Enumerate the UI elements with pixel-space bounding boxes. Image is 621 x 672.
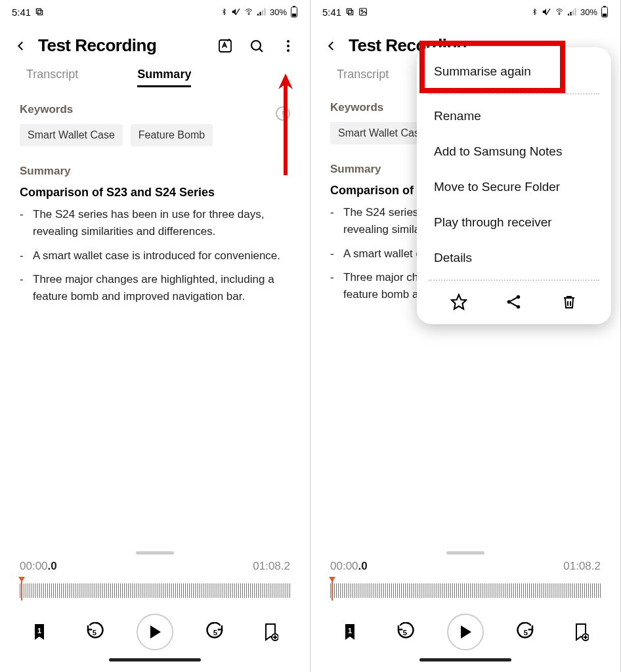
svg-rect-28: [349, 10, 353, 15]
battery-icon: [601, 6, 609, 18]
forward-5-icon: 5: [205, 622, 225, 642]
back-button[interactable]: [324, 38, 339, 54]
current-time: 00:00.0: [330, 560, 368, 573]
play-icon: [459, 625, 472, 639]
back-button[interactable]: [13, 38, 29, 54]
status-time: 5:41: [322, 7, 341, 18]
more-vert-icon: [280, 38, 296, 54]
svg-text:5: 5: [524, 629, 528, 637]
drag-handle[interactable]: [446, 551, 484, 555]
gesture-bar[interactable]: [109, 658, 201, 662]
screenshot-right: 5:41 30% Test Recording Transcript Keywo…: [310, 0, 621, 672]
tab-summary[interactable]: Summary: [137, 68, 191, 87]
svg-rect-6: [262, 10, 263, 15]
svg-rect-10: [292, 14, 296, 17]
svg-text:5: 5: [403, 629, 407, 637]
keywords-row: Smart Wallet Case Feature Bomb: [20, 124, 290, 146]
play-icon: [148, 625, 161, 639]
more-button[interactable]: [280, 37, 297, 54]
svg-point-32: [559, 14, 560, 15]
svg-rect-0: [37, 9, 41, 13]
menu-divider: [429, 280, 599, 281]
rewind-5-button[interactable]: 5: [81, 619, 108, 645]
menu-move-secure[interactable]: Move to Secure Folder: [417, 169, 611, 205]
play-button[interactable]: [137, 614, 173, 650]
tab-transcript[interactable]: Transcript: [337, 68, 389, 85]
svg-point-16: [287, 49, 289, 52]
bookmark-button[interactable]: 1: [337, 619, 363, 645]
summary-bullets: -The S24 series has been in use for thre…: [20, 206, 290, 306]
svg-rect-35: [572, 10, 574, 15]
svg-marker-48: [461, 625, 471, 639]
menu-rename[interactable]: Rename: [417, 98, 611, 134]
page-title: Test Recording: [38, 35, 207, 56]
forward-5-button[interactable]: 5: [513, 619, 539, 645]
signal-icon: [257, 8, 267, 16]
status-bar: 5:41 30%: [0, 0, 310, 24]
svg-text:1: 1: [37, 627, 41, 635]
menu-play-receiver[interactable]: Play through receiver: [417, 205, 611, 240]
menu-details[interactable]: Details: [417, 240, 611, 276]
waveform[interactable]: [20, 578, 290, 600]
bookmark-add-icon: [573, 623, 589, 641]
keyword-chip[interactable]: Feature Bomb: [131, 124, 213, 146]
signal-icon: [568, 8, 577, 16]
svg-point-15: [287, 45, 289, 47]
svg-marker-22: [150, 625, 161, 639]
forward-5-icon: 5: [516, 622, 536, 642]
summary-bullet: -The S24 series has been in use for thre…: [20, 206, 290, 241]
svg-rect-7: [264, 8, 265, 15]
svg-rect-36: [574, 8, 576, 15]
screenshot-left: 5:41 30% Test Recording: [0, 0, 310, 672]
svg-rect-29: [360, 9, 367, 16]
status-image-icon: [358, 7, 368, 16]
menu-share-button[interactable]: [503, 291, 525, 312]
translate-button[interactable]: [217, 37, 234, 54]
bookmark-icon: 1: [32, 623, 47, 641]
total-time: 01:08.2: [253, 560, 290, 573]
battery-pct: 30%: [580, 7, 597, 17]
svg-rect-33: [568, 14, 569, 16]
keyword-chip[interactable]: Smart Wallet Case: [20, 124, 123, 146]
playhead[interactable]: [332, 578, 333, 600]
tab-transcript[interactable]: Transcript: [26, 68, 78, 87]
bookmark-add-button[interactable]: [257, 619, 284, 645]
play-button[interactable]: [447, 614, 484, 650]
forward-5-button[interactable]: 5: [202, 619, 228, 645]
menu-add-to-notes[interactable]: Add to Samsung Notes: [417, 134, 611, 169]
player: 00:00.0 01:08.2 1 5 5: [0, 551, 310, 672]
status-time: 5:41: [12, 7, 31, 18]
info-icon[interactable]: !: [276, 106, 290, 121]
status-notif-icon: [345, 7, 354, 16]
svg-text:5: 5: [93, 629, 96, 637]
trash-icon: [561, 293, 577, 310]
bookmark-add-icon: [263, 623, 278, 641]
summary-label: Summary: [20, 165, 290, 178]
search-button[interactable]: [248, 37, 265, 54]
drag-handle[interactable]: [136, 551, 174, 555]
summary-bullet: -A smart wallet case is introduced for c…: [20, 247, 290, 264]
svg-line-45: [511, 303, 517, 306]
bookmark-button[interactable]: 1: [26, 619, 53, 645]
chevron-left-icon: [326, 40, 337, 52]
current-time: 00:00.0: [20, 560, 57, 573]
menu-delete-button[interactable]: [559, 291, 580, 312]
rewind-5-icon: 5: [85, 622, 104, 642]
svg-rect-39: [603, 14, 607, 17]
rewind-5-button[interactable]: 5: [392, 619, 418, 645]
mute-icon: [542, 7, 551, 16]
svg-text:1: 1: [348, 627, 352, 635]
gesture-bar[interactable]: [419, 658, 511, 662]
svg-line-2: [236, 9, 240, 14]
menu-favourite-button[interactable]: [448, 291, 469, 312]
chevron-left-icon: [15, 40, 27, 52]
playhead[interactable]: [21, 578, 22, 600]
bookmark-add-button[interactable]: [568, 619, 594, 645]
status-notif-icon: [35, 7, 44, 16]
tabs: Transcript Summary: [0, 56, 310, 87]
search-icon: [249, 38, 265, 54]
content: Keywords ! Smart Wallet Case Feature Bom…: [0, 87, 310, 551]
annotation-highlight: [419, 41, 565, 93]
waveform[interactable]: [330, 578, 601, 600]
svg-line-13: [259, 49, 263, 52]
